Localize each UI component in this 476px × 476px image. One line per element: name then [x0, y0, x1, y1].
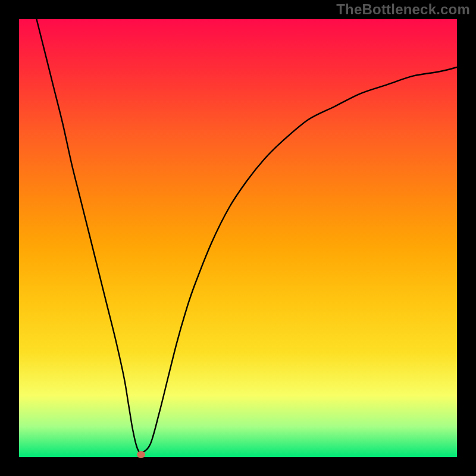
watermark-text: TheBottleneck.com — [336, 1, 470, 18]
plot-area — [19, 19, 457, 457]
bottleneck-curve — [19, 19, 457, 457]
chart-frame: TheBottleneck.com — [0, 0, 476, 476]
optimum-marker — [137, 451, 145, 458]
